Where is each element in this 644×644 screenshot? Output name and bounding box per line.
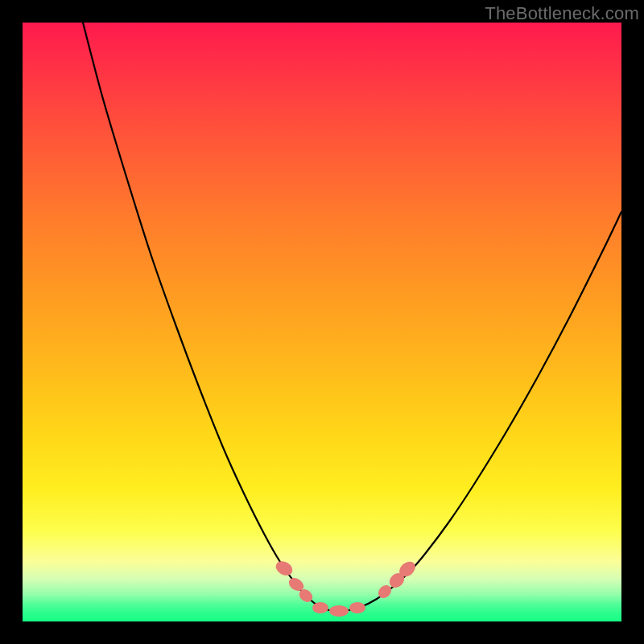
bead-flat-3	[349, 602, 365, 613]
chart-frame: TheBottleneck.com	[0, 0, 644, 644]
watermark-text: TheBottleneck.com	[485, 3, 639, 24]
plot-area	[23, 23, 621, 621]
bead-flat-2	[329, 605, 349, 617]
curve-svg	[23, 23, 621, 621]
bottleneck-curve	[83, 23, 621, 612]
left-bead-1	[273, 559, 295, 579]
curve-markers	[273, 559, 418, 617]
bead-flat-1	[312, 602, 328, 613]
